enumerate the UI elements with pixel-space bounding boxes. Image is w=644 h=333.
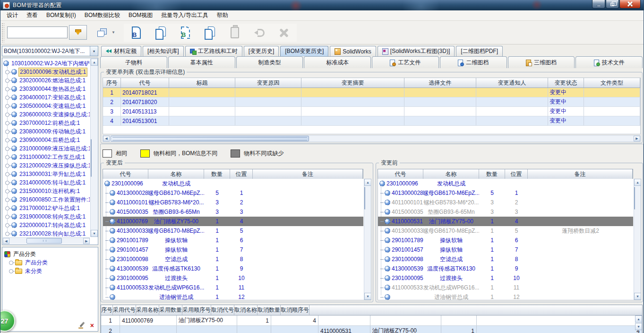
tree-item[interactable]: 2312000029:液压操纵总成:1 (3, 161, 90, 170)
expand-icon[interactable] (9, 269, 13, 273)
tree-item[interactable]: 2303000044:散热器总成:1 (3, 85, 90, 93)
scrollbar-thumb[interactable] (364, 187, 365, 210)
tab-solidworks-drawing-3d[interactable]: [SolidWorks工程图(3D)] (378, 46, 455, 56)
menu-bom-compare[interactable]: BOM数据比较 (80, 10, 124, 21)
bom-item-row[interactable]: 4011000101 螺栓GB5783-M6*20... 3 2 (103, 198, 363, 207)
category-root[interactable]: 产品分类 (3, 250, 97, 258)
bom-combobox[interactable]: BOM(1030100002:WJ-2A地下... ▼ (2, 46, 98, 56)
change-row[interactable]: 4 20140513001 变更中 (103, 116, 640, 126)
change-row[interactable]: 1 20140718021 变更中 (103, 88, 640, 97)
tree-item[interactable]: 2319000008:转向泵总成:1 (3, 212, 90, 221)
filter-button[interactable] (69, 25, 87, 40)
expand-icon[interactable] (5, 70, 9, 74)
tree-vertical-scrollbar[interactable]: ▲ ▼ (90, 59, 97, 237)
column-header[interactable]: 采用名称 (136, 305, 159, 315)
copy-structure-button[interactable] (202, 25, 218, 41)
menu-design[interactable]: 设计 (2, 10, 22, 21)
scrollbar-thumb[interactable] (111, 136, 309, 141)
bom-item-row[interactable]: 4015000035 垫圈GB93-6-65Mn 3 3 (378, 207, 633, 217)
search-input[interactable] (7, 26, 68, 38)
scroll-down-icon[interactable]: ▼ (364, 293, 371, 300)
column-header[interactable]: 备注 (528, 169, 633, 179)
tab-process-route[interactable]: 工艺路线和工时 (185, 46, 242, 56)
change-list-horizontal-scrollbar[interactable]: ◀ ▶ (103, 135, 641, 142)
menu-bom-view[interactable]: BOM视图 (124, 10, 157, 21)
tree-item[interactable]: 2304000017:变矩器总成:1 (3, 93, 90, 102)
scroll-up-icon[interactable]: ▲ (91, 59, 98, 66)
expand-icon[interactable] (5, 87, 9, 91)
bom-item-row[interactable]: 4015000035 垫圈GB93-6-65Mn 3 3 (103, 207, 363, 217)
column-header[interactable]: 文件类型 (584, 78, 640, 88)
column-header[interactable]: 位置 (230, 169, 253, 179)
tab-2d-drawings[interactable]: 二维图档 (440, 56, 507, 68)
dropdown-arrow-icon[interactable]: ▼ (112, 30, 115, 35)
bom-copy-button[interactable] (94, 24, 111, 41)
column-header[interactable]: 序号 (101, 305, 113, 315)
expand-icon[interactable] (5, 138, 9, 142)
column-header[interactable]: 选择文件 (404, 78, 476, 88)
column-header[interactable]: 位置 (505, 169, 528, 179)
column-header[interactable]: 标题 (169, 78, 235, 88)
tree-horizontal-scrollbar[interactable]: ◀ ▶ (3, 237, 90, 244)
bom-document-button[interactable]: B (129, 25, 145, 41)
toolbar-grip[interactable] (1, 23, 4, 43)
scroll-up-icon[interactable]: ▲ (635, 315, 642, 323)
expand-icon[interactable] (5, 181, 9, 185)
bom-item-row[interactable]: 4130000539 温度传感器TK6130 1 9 (103, 264, 363, 273)
column-header[interactable]: 变更状态 (548, 78, 584, 88)
bom-item-row[interactable]: 4011000101 螺栓GB5783-M6*20... 3 2 (378, 198, 633, 207)
column-header[interactable]: 变更通知人 (476, 78, 548, 88)
category-item[interactable]: 产品分类 (3, 258, 97, 267)
bom-item-row[interactable]: 2301000095 过渡接头 1 10 (103, 273, 363, 283)
expand-icon[interactable] (5, 104, 9, 108)
tab-manufacture-type[interactable]: 制造类型 (236, 56, 303, 68)
delete-button-disabled[interactable] (276, 25, 292, 41)
column-header[interactable]: 名称 (423, 169, 479, 179)
tab-knowledge-base[interactable]: [相关知识库] (143, 46, 184, 56)
expand-icon[interactable] (5, 147, 9, 151)
column-header[interactable]: 取消顺序号 (281, 305, 309, 315)
bom-item-row[interactable]: 2901001789 操纵软轴 1 6 (378, 236, 633, 245)
bom-item-row[interactable]: 进油钢管总成 1 12 (103, 292, 363, 300)
tree-item[interactable]: 2315000010:连杆机构:1 (3, 187, 90, 195)
tab-sub-materials[interactable]: 子物料 (100, 56, 167, 68)
adopt-cancel-scrollbar[interactable]: ▲ ▼ (635, 315, 642, 331)
menu-bom-copy[interactable]: BOM复制(I) (42, 10, 80, 21)
tab-material-quota[interactable]: 材料定额 (101, 46, 141, 56)
menu-batch-import-export[interactable]: 批量导入/导出工具 (157, 10, 212, 21)
scroll-down-icon[interactable]: ▼ (635, 323, 642, 330)
column-header[interactable]: 代号 (103, 169, 148, 179)
bom-item-row[interactable]: 4110000531 油门踏板ZY75-00 1 4 (378, 217, 633, 226)
column-header[interactable]: 代号 (121, 78, 169, 88)
column-header[interactable]: 代号 (378, 169, 423, 179)
combo-dropdown-icon[interactable]: ▼ (90, 46, 98, 56)
scroll-left-icon[interactable]: ◀ (3, 238, 9, 244)
bom-item-row[interactable]: 4110000533 发动机总成WP6G16... 1 11 (378, 283, 633, 292)
bom-root-row[interactable]: 2301000096 发动机总成 (378, 179, 633, 188)
bom-item-row[interactable]: 4013000028 螺母GB6170-M6EpZ... 5 1 (378, 188, 633, 198)
column-header[interactable]: 变更原因 (235, 78, 301, 88)
bom-item-row[interactable]: 2901001789 操纵软轴 1 6 (103, 236, 363, 245)
tab-solidworks[interactable]: SolidWorks (330, 46, 376, 56)
column-header[interactable]: 取消名称 (234, 305, 258, 315)
tree-item[interactable]: 2313000031:举升缸总成:1 (3, 170, 90, 178)
minimize-button[interactable] (592, 0, 605, 9)
expand-icon[interactable] (5, 223, 9, 228)
tab-change-history[interactable]: [变更历史] (244, 46, 279, 56)
tab-standard-cost[interactable]: 标准成本 (304, 56, 371, 68)
tree-item[interactable]: 2307000012:前桥总成:1 (3, 119, 90, 127)
tree-item[interactable]: 2916000850:工作装置附件:1 (3, 195, 90, 204)
tab-process-files[interactable]: 工艺文件 (372, 56, 439, 68)
expand-icon[interactable] (5, 164, 9, 168)
tab-2d-pdf[interactable]: [二维图档PDF] (456, 46, 503, 56)
bom-item-row[interactable]: 2301000095 过渡接头 1 10 (378, 273, 633, 283)
column-header[interactable]: 取消数量 (258, 305, 281, 315)
column-header[interactable]: 变更摘要 (301, 78, 404, 88)
column-header[interactable]: 采用数量 (159, 305, 182, 315)
bom-item-row[interactable]: 2301000098 空滤总成 1 8 (378, 254, 633, 264)
before-panel-scrollbar[interactable]: ▲ ▼ (634, 179, 641, 300)
scrollbar-thumb[interactable] (91, 139, 92, 177)
adopt-cancel-row[interactable]: 2 4110000531 油门踏板ZY75-00 1 4 (101, 326, 642, 333)
tree-item[interactable]: 2308000009:传动轴总成:1 (3, 127, 90, 136)
column-header[interactable]: 名称 (148, 169, 204, 179)
